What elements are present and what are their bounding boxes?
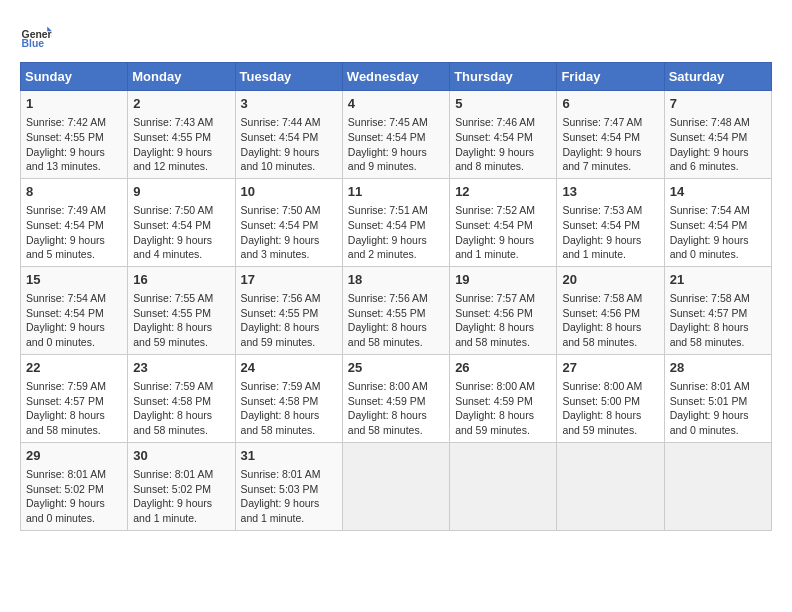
logo-icon: General Blue [20, 20, 52, 52]
logo: General Blue [20, 20, 52, 52]
day-number: 24 [241, 359, 337, 377]
calendar-day-cell [342, 442, 449, 530]
day-info: Sunrise: 7:47 AMSunset: 4:54 PMDaylight:… [562, 116, 642, 172]
calendar-day-cell: 3Sunrise: 7:44 AMSunset: 4:54 PMDaylight… [235, 91, 342, 179]
day-number: 12 [455, 183, 551, 201]
day-number: 26 [455, 359, 551, 377]
page-header: General Blue [20, 20, 772, 52]
day-of-week-header: Wednesday [342, 63, 449, 91]
day-info: Sunrise: 7:58 AMSunset: 4:57 PMDaylight:… [670, 292, 750, 348]
calendar-day-cell: 4Sunrise: 7:45 AMSunset: 4:54 PMDaylight… [342, 91, 449, 179]
calendar-day-cell: 25Sunrise: 8:00 AMSunset: 4:59 PMDayligh… [342, 354, 449, 442]
day-info: Sunrise: 7:44 AMSunset: 4:54 PMDaylight:… [241, 116, 321, 172]
day-info: Sunrise: 7:43 AMSunset: 4:55 PMDaylight:… [133, 116, 213, 172]
calendar-day-cell: 8Sunrise: 7:49 AMSunset: 4:54 PMDaylight… [21, 178, 128, 266]
calendar-day-cell: 5Sunrise: 7:46 AMSunset: 4:54 PMDaylight… [450, 91, 557, 179]
calendar-day-cell: 2Sunrise: 7:43 AMSunset: 4:55 PMDaylight… [128, 91, 235, 179]
day-info: Sunrise: 8:00 AMSunset: 4:59 PMDaylight:… [348, 380, 428, 436]
day-of-week-header: Tuesday [235, 63, 342, 91]
calendar-day-cell: 7Sunrise: 7:48 AMSunset: 4:54 PMDaylight… [664, 91, 771, 179]
day-number: 3 [241, 95, 337, 113]
day-info: Sunrise: 7:59 AMSunset: 4:58 PMDaylight:… [133, 380, 213, 436]
day-number: 27 [562, 359, 658, 377]
calendar-day-cell: 18Sunrise: 7:56 AMSunset: 4:55 PMDayligh… [342, 266, 449, 354]
calendar-day-cell [557, 442, 664, 530]
day-of-week-header: Saturday [664, 63, 771, 91]
day-number: 17 [241, 271, 337, 289]
day-number: 8 [26, 183, 122, 201]
calendar-day-cell: 10Sunrise: 7:50 AMSunset: 4:54 PMDayligh… [235, 178, 342, 266]
calendar-table: SundayMondayTuesdayWednesdayThursdayFrid… [20, 62, 772, 531]
calendar-day-cell: 17Sunrise: 7:56 AMSunset: 4:55 PMDayligh… [235, 266, 342, 354]
calendar-day-cell: 22Sunrise: 7:59 AMSunset: 4:57 PMDayligh… [21, 354, 128, 442]
day-number: 21 [670, 271, 766, 289]
calendar-day-cell: 11Sunrise: 7:51 AMSunset: 4:54 PMDayligh… [342, 178, 449, 266]
calendar-day-cell: 6Sunrise: 7:47 AMSunset: 4:54 PMDaylight… [557, 91, 664, 179]
day-number: 1 [26, 95, 122, 113]
day-number: 5 [455, 95, 551, 113]
calendar-day-cell: 24Sunrise: 7:59 AMSunset: 4:58 PMDayligh… [235, 354, 342, 442]
calendar-day-cell [450, 442, 557, 530]
day-info: Sunrise: 7:46 AMSunset: 4:54 PMDaylight:… [455, 116, 535, 172]
day-number: 29 [26, 447, 122, 465]
calendar-week-row: 1Sunrise: 7:42 AMSunset: 4:55 PMDaylight… [21, 91, 772, 179]
day-info: Sunrise: 8:00 AMSunset: 5:00 PMDaylight:… [562, 380, 642, 436]
day-info: Sunrise: 7:42 AMSunset: 4:55 PMDaylight:… [26, 116, 106, 172]
calendar-day-cell: 16Sunrise: 7:55 AMSunset: 4:55 PMDayligh… [128, 266, 235, 354]
day-info: Sunrise: 7:45 AMSunset: 4:54 PMDaylight:… [348, 116, 428, 172]
day-number: 16 [133, 271, 229, 289]
calendar-day-cell: 23Sunrise: 7:59 AMSunset: 4:58 PMDayligh… [128, 354, 235, 442]
day-number: 22 [26, 359, 122, 377]
day-info: Sunrise: 7:50 AMSunset: 4:54 PMDaylight:… [133, 204, 213, 260]
calendar-day-cell: 9Sunrise: 7:50 AMSunset: 4:54 PMDaylight… [128, 178, 235, 266]
day-info: Sunrise: 8:01 AMSunset: 5:01 PMDaylight:… [670, 380, 750, 436]
day-info: Sunrise: 7:56 AMSunset: 4:55 PMDaylight:… [348, 292, 428, 348]
day-number: 14 [670, 183, 766, 201]
day-info: Sunrise: 7:54 AMSunset: 4:54 PMDaylight:… [26, 292, 106, 348]
calendar-day-cell: 31Sunrise: 8:01 AMSunset: 5:03 PMDayligh… [235, 442, 342, 530]
day-number: 13 [562, 183, 658, 201]
day-info: Sunrise: 8:01 AMSunset: 5:02 PMDaylight:… [133, 468, 213, 524]
day-number: 10 [241, 183, 337, 201]
day-info: Sunrise: 7:59 AMSunset: 4:57 PMDaylight:… [26, 380, 106, 436]
day-number: 19 [455, 271, 551, 289]
day-number: 18 [348, 271, 444, 289]
day-info: Sunrise: 7:59 AMSunset: 4:58 PMDaylight:… [241, 380, 321, 436]
day-number: 6 [562, 95, 658, 113]
day-info: Sunrise: 7:54 AMSunset: 4:54 PMDaylight:… [670, 204, 750, 260]
day-info: Sunrise: 7:49 AMSunset: 4:54 PMDaylight:… [26, 204, 106, 260]
day-number: 11 [348, 183, 444, 201]
day-info: Sunrise: 7:51 AMSunset: 4:54 PMDaylight:… [348, 204, 428, 260]
calendar-day-cell: 1Sunrise: 7:42 AMSunset: 4:55 PMDaylight… [21, 91, 128, 179]
day-number: 31 [241, 447, 337, 465]
calendar-day-cell: 19Sunrise: 7:57 AMSunset: 4:56 PMDayligh… [450, 266, 557, 354]
day-info: Sunrise: 7:48 AMSunset: 4:54 PMDaylight:… [670, 116, 750, 172]
day-info: Sunrise: 7:55 AMSunset: 4:55 PMDaylight:… [133, 292, 213, 348]
day-number: 4 [348, 95, 444, 113]
day-info: Sunrise: 8:01 AMSunset: 5:03 PMDaylight:… [241, 468, 321, 524]
calendar-week-row: 22Sunrise: 7:59 AMSunset: 4:57 PMDayligh… [21, 354, 772, 442]
day-of-week-header: Thursday [450, 63, 557, 91]
svg-text:Blue: Blue [22, 38, 45, 49]
calendar-day-cell: 15Sunrise: 7:54 AMSunset: 4:54 PMDayligh… [21, 266, 128, 354]
calendar-day-cell: 12Sunrise: 7:52 AMSunset: 4:54 PMDayligh… [450, 178, 557, 266]
calendar-day-cell: 28Sunrise: 8:01 AMSunset: 5:01 PMDayligh… [664, 354, 771, 442]
day-number: 15 [26, 271, 122, 289]
day-info: Sunrise: 7:50 AMSunset: 4:54 PMDaylight:… [241, 204, 321, 260]
calendar-day-cell [664, 442, 771, 530]
calendar-day-cell: 14Sunrise: 7:54 AMSunset: 4:54 PMDayligh… [664, 178, 771, 266]
day-number: 28 [670, 359, 766, 377]
calendar-day-cell: 30Sunrise: 8:01 AMSunset: 5:02 PMDayligh… [128, 442, 235, 530]
day-number: 20 [562, 271, 658, 289]
day-number: 9 [133, 183, 229, 201]
calendar-week-row: 29Sunrise: 8:01 AMSunset: 5:02 PMDayligh… [21, 442, 772, 530]
day-info: Sunrise: 7:52 AMSunset: 4:54 PMDaylight:… [455, 204, 535, 260]
day-number: 7 [670, 95, 766, 113]
day-number: 30 [133, 447, 229, 465]
day-of-week-header: Monday [128, 63, 235, 91]
calendar-day-cell: 26Sunrise: 8:00 AMSunset: 4:59 PMDayligh… [450, 354, 557, 442]
calendar-header-row: SundayMondayTuesdayWednesdayThursdayFrid… [21, 63, 772, 91]
day-info: Sunrise: 8:00 AMSunset: 4:59 PMDaylight:… [455, 380, 535, 436]
day-of-week-header: Sunday [21, 63, 128, 91]
day-number: 2 [133, 95, 229, 113]
